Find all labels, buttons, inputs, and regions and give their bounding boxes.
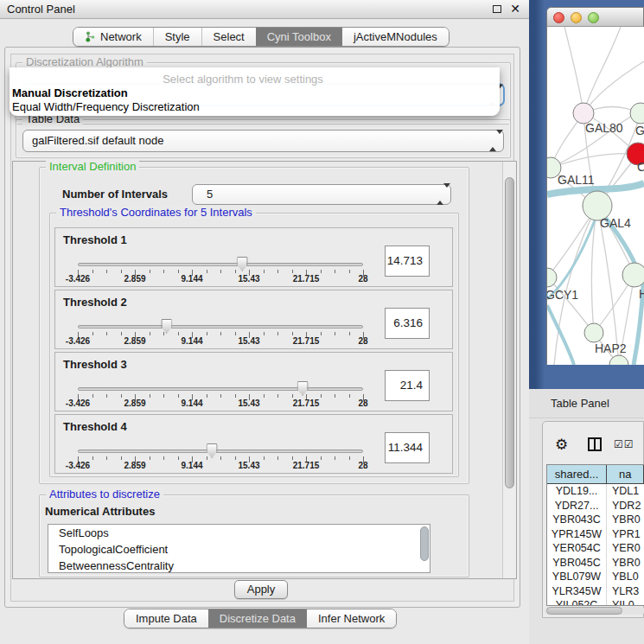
slider-track[interactable]	[78, 387, 363, 391]
tab-jactivemnodules[interactable]: jActiveMNodules	[342, 28, 449, 46]
cell-name[interactable]: YPR1	[607, 527, 644, 542]
algorithm-dropdown-popup: Select algorithm to view settings Manual…	[10, 67, 500, 116]
split-columns-icon[interactable]	[588, 437, 602, 451]
gear-icon[interactable]: ⚙	[555, 436, 572, 453]
cell-shared-name[interactable]: YDR27...	[547, 499, 607, 513]
panel-tabs: Network Style Select Cyni Toolbox jActiv…	[73, 27, 450, 47]
zoom-traffic-light-icon[interactable]	[588, 12, 599, 23]
threshold-panel-4: Threshold 4-3.4262.8599.14415.4321.71528…	[54, 414, 453, 474]
close-traffic-light-icon[interactable]	[553, 12, 564, 23]
algorithm-group-title: Discretization Algorithm	[22, 55, 147, 68]
numerical-attributes-label: Numerical Attributes	[45, 505, 155, 518]
network-desktop: GAL80 GA C GAL11 GAL4 GCY1 HA HAP2	[529, 0, 644, 389]
threshold-value-field[interactable]: 6.316	[385, 308, 430, 339]
cell-shared-name[interactable]: YBL079W	[547, 570, 607, 584]
label-gal4: GAL4	[600, 216, 631, 230]
table-row[interactable]: YPR145WYPR1	[547, 527, 644, 542]
table-header-row: shared... na	[547, 465, 644, 484]
tab-impute-data[interactable]: Impute Data	[124, 609, 208, 628]
node-partial-right[interactable]	[622, 263, 644, 287]
cell-shared-name[interactable]: YBR045C	[547, 556, 607, 571]
settings-vertical-scrollbar[interactable]	[502, 162, 516, 578]
cell-name[interactable]: YBR0	[607, 513, 644, 527]
label-gal80: GAL80	[585, 121, 623, 135]
node-hap2[interactable]	[584, 323, 603, 342]
combo-arrows-icon	[489, 131, 496, 151]
threshold-panel-1: Threshold 1-3.4262.8599.14415.4321.71528…	[54, 227, 453, 287]
cell-name[interactable]: YBL0	[607, 570, 644, 584]
tab-cyni-toolbox[interactable]: Cyni Toolbox	[256, 28, 342, 46]
cell-name[interactable]: YLR3	[607, 584, 644, 599]
slider-track[interactable]	[78, 263, 363, 266]
cell-shared-name[interactable]: YBR043C	[547, 513, 607, 527]
label-hap2: HAP2	[595, 341, 627, 355]
cell-shared-name[interactable]: YER054C	[547, 541, 607, 556]
tab-network-label: Network	[100, 30, 142, 43]
threshold-panel-3: Threshold 3-3.4262.8599.14415.4321.71528…	[54, 352, 453, 411]
tab-select[interactable]: Select	[201, 28, 256, 46]
network-nodes[interactable]	[547, 103, 644, 365]
table-row[interactable]: YBR045CYBR0	[547, 556, 644, 571]
column-header-shared-name[interactable]: shared...	[547, 465, 607, 483]
number-of-intervals-value: 5	[207, 188, 213, 201]
slider-track[interactable]	[78, 450, 363, 453]
slider-tick-labels: -3.4262.8599.14415.4321.71528	[78, 399, 363, 409]
hscrollbar-thumb[interactable]	[546, 607, 622, 615]
cell-shared-name[interactable]: YDL19...	[547, 484, 607, 499]
minimize-traffic-light-icon[interactable]	[571, 12, 582, 23]
list-scrollbar-thumb[interactable]	[420, 526, 429, 561]
node-table: shared... na YDL19...YDL1YDR27...YDR2YBR…	[546, 464, 644, 606]
cell-shared-name[interactable]: YPR145W	[547, 527, 607, 542]
cell-name[interactable]: YER0	[607, 541, 644, 556]
table-row[interactable]: YBL079WYBL0	[547, 570, 644, 584]
node-partial-top-right[interactable]	[630, 103, 644, 124]
threshold-value-field[interactable]: 14.713	[385, 245, 430, 277]
numerical-attributes-list[interactable]: SelfLoopsTopologicalCoefficientBetweenne…	[48, 524, 430, 573]
threshold-value-field[interactable]: 21.4	[385, 370, 430, 401]
cell-name[interactable]: YDL1	[607, 484, 644, 499]
network-window-titlebar[interactable]	[547, 8, 643, 27]
table-row[interactable]: YER054CYER0	[547, 541, 644, 556]
table-row[interactable]: YLR345WYLR3	[547, 584, 644, 599]
tab-discretize-data[interactable]: Discretize Data	[208, 609, 307, 628]
table-row[interactable]: YBR043CYBR0	[547, 513, 644, 527]
column-header-name[interactable]: na	[607, 465, 644, 483]
cell-name[interactable]: YDR2	[607, 499, 644, 513]
cell-shared-name[interactable]: YIL052C	[547, 598, 607, 606]
table-horizontal-scrollbar[interactable]	[545, 607, 644, 615]
label-partial-top-right: GA	[635, 124, 644, 137]
threshold-panel-2: Threshold 2-3.4262.8599.14415.4321.71528…	[54, 290, 453, 349]
slider-track[interactable]	[78, 325, 363, 328]
attribute-list-item[interactable]: TopologicalCoefficient	[48, 541, 430, 558]
slider-tick-labels: -3.4262.8599.14415.4321.71528	[78, 274, 363, 284]
attribute-list-item[interactable]: BetweennessCentrality	[48, 558, 430, 573]
table-row[interactable]: YDL19...YDL1	[547, 484, 644, 499]
cell-name[interactable]: YBR0	[607, 556, 644, 571]
cell-shared-name[interactable]: YLR345W	[547, 584, 607, 599]
table-data-combobox[interactable]: galFiltered.sif default node	[22, 130, 504, 152]
apply-button[interactable]: Apply	[234, 580, 288, 599]
network-canvas[interactable]: GAL80 GA C GAL11 GAL4 GCY1 HA HAP2	[547, 27, 644, 365]
panel-title: Control Panel	[7, 3, 75, 16]
table-panel-bar: Table Panel	[529, 389, 644, 418]
node-gcy1[interactable]	[547, 268, 557, 287]
attribute-list-item[interactable]: SelfLoops	[48, 525, 430, 541]
dropdown-option-manual[interactable]: Manual Discretization	[12, 86, 128, 99]
tab-infer-network[interactable]: Infer Network	[307, 609, 396, 628]
select-columns-icons[interactable]: ☑☑	[614, 438, 634, 450]
tab-style[interactable]: Style	[153, 28, 201, 46]
number-of-intervals-combobox[interactable]: 5	[192, 184, 451, 205]
bottom-tabs: Impute Data Discretize Data Infer Networ…	[124, 609, 397, 628]
label-partial-right: HA	[639, 287, 644, 301]
dropdown-option-equal-width[interactable]: Equal Width/Frequency Discretization	[12, 100, 200, 113]
table-row[interactable]: YDR27...YDR2	[547, 499, 644, 513]
threshold-value-field[interactable]: 11.344	[385, 432, 430, 463]
attributes-group-title: Attributes to discretize	[46, 488, 163, 501]
scrollbar-thumb[interactable]	[505, 177, 514, 488]
table-row[interactable]: YIL052CYIL0	[547, 598, 644, 606]
close-icon[interactable]: ✕	[510, 2, 520, 16]
cell-name[interactable]: YIL0	[607, 598, 644, 606]
float-window-icon[interactable]	[493, 5, 501, 13]
table-rows: YDL19...YDL1YDR27...YDR2YBR043CYBR0YPR14…	[547, 484, 644, 606]
tab-network[interactable]: Network	[73, 28, 153, 46]
